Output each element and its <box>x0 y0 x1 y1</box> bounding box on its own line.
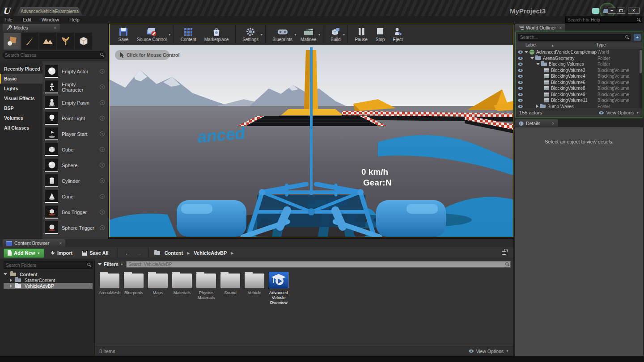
placeable-box-trigger[interactable]: Box Trigger ? <box>45 204 106 220</box>
stop-button[interactable]: Stop <box>372 26 389 43</box>
expand-caret-icon[interactable] <box>530 57 534 59</box>
mode-paint-button[interactable] <box>21 33 38 50</box>
settings-button[interactable]: Settings ▼ <box>238 26 263 43</box>
asset-tile-blueprints[interactable]: Blueprints <box>122 272 146 305</box>
asset-tile-maps[interactable]: Maps <box>146 272 170 305</box>
help-icon[interactable]: ? <box>100 84 105 89</box>
breadcrumb-content[interactable]: Content <box>165 250 183 256</box>
placeable-sphere-trigger[interactable]: Sphere Trigger ? <box>45 220 106 236</box>
import-button[interactable]: Import <box>47 248 76 258</box>
expand-caret-icon[interactable] <box>525 51 528 53</box>
menu-help[interactable]: Help <box>65 16 84 23</box>
tree-item-content[interactable]: Content <box>4 271 93 277</box>
visibility-eye-icon[interactable] <box>518 81 523 84</box>
tab-world-outliner[interactable]: World Outliner × <box>515 24 565 32</box>
visibility-eye-icon[interactable] <box>518 75 523 78</box>
outliner-row[interactable]: BlockingVolume8 BlockingVolume <box>516 85 640 92</box>
menu-window[interactable]: Window <box>37 16 64 23</box>
placeable-cone[interactable]: Cone ? <box>45 189 106 204</box>
visibility-eye-icon[interactable] <box>518 51 523 54</box>
mode-foliage-button[interactable] <box>57 33 74 50</box>
placeable-empty-actor[interactable]: Empty Actor ? <box>45 63 106 79</box>
category-visual-effects[interactable]: Visual Effects <box>0 93 42 103</box>
add-filter-button[interactable]: + <box>634 34 641 41</box>
visibility-eye-icon[interactable] <box>518 57 523 60</box>
filters-button[interactable]: Filters ▼ <box>97 261 123 267</box>
lock-icon[interactable] <box>502 251 506 255</box>
outliner-row[interactable]: AdvancedVehicleExamplemap World <box>516 49 640 55</box>
help-icon[interactable]: ? <box>100 178 105 183</box>
tab-content-browser[interactable]: Content Browser × <box>3 239 65 247</box>
game-viewport[interactable]: anced o Te <box>110 45 513 237</box>
back-button[interactable]: ← <box>123 250 132 257</box>
scrollbar-thumb[interactable] <box>640 50 642 73</box>
asset-tile-physics-materials[interactable]: Physics Materials <box>194 272 218 305</box>
help-icon[interactable]: ? <box>100 100 105 105</box>
category-volumes[interactable]: Volumes <box>0 113 42 123</box>
tab-details[interactable]: i Details × <box>515 119 558 127</box>
expand-caret-icon[interactable] <box>10 278 12 282</box>
help-icon[interactable]: ? <box>100 147 105 152</box>
save-button[interactable]: Save <box>114 26 133 43</box>
visibility-eye-icon[interactable] <box>518 87 523 90</box>
build-button[interactable]: Build ▼ <box>326 26 345 43</box>
category-bsp[interactable]: BSP <box>0 103 42 113</box>
placeable-sphere[interactable]: Sphere ? <box>45 157 106 173</box>
tree-item-vehicleadvbp[interactable]: VehicleAdvBP <box>4 283 93 289</box>
menu-edit[interactable]: Edit <box>18 16 36 23</box>
close-icon[interactable]: × <box>559 25 562 30</box>
close-icon[interactable]: × <box>552 121 555 126</box>
marketplace-button[interactable]: Marketplace <box>200 26 233 43</box>
outliner-row[interactable]: BlockingVolume11 BlockingVolume <box>516 97 640 104</box>
blueprints-button[interactable]: Blueprints ▼ <box>268 26 296 43</box>
outliner-row[interactable]: ArenaGeometry Folder <box>516 55 640 62</box>
asset-tile-materials[interactable]: Materials <box>170 272 194 305</box>
help-icon[interactable]: ? <box>100 210 105 215</box>
add-new-button[interactable]: Add New ▼ <box>4 248 44 258</box>
asset-search-input[interactable] <box>127 261 510 267</box>
save-all-button[interactable]: Save All <box>79 248 112 258</box>
mode-landscape-button[interactable] <box>39 33 56 50</box>
content-button[interactable]: Content <box>177 26 200 43</box>
outliner-row[interactable]: BlockingVolume3 BlockingVolume <box>516 67 640 74</box>
help-icon[interactable]: ? <box>100 225 105 230</box>
help-icon[interactable]: ? <box>100 194 105 199</box>
tree-item-startercontent[interactable]: StarterContent <box>4 277 93 283</box>
breadcrumb-separator-icon[interactable]: ▶ <box>229 251 235 255</box>
help-icon[interactable]: ? <box>100 69 105 74</box>
placeable-empty-character[interactable]: Empty Character ? <box>45 79 106 95</box>
tab-modes[interactable]: Modes × <box>3 24 60 32</box>
classes-search-input[interactable] <box>3 52 105 59</box>
placeable-cube[interactable]: Cube ? <box>45 142 106 157</box>
placeable-player-start[interactable]: Player Start ? <box>45 126 106 142</box>
view-options-button[interactable]: View Options ▼ <box>469 349 509 354</box>
help-search-input[interactable] <box>566 17 642 23</box>
chevron-down-icon[interactable]: ▼ <box>342 33 345 36</box>
expand-caret-icon[interactable] <box>4 273 7 275</box>
help-icon[interactable]: ? <box>100 116 105 121</box>
asset-tile-sound[interactable]: Sound <box>218 272 242 305</box>
outliner-row[interactable]: BlockingVolume6 BlockingVolume <box>516 80 640 86</box>
category-recently-placed[interactable]: Recently Placed <box>0 64 42 74</box>
help-icon[interactable]: ? <box>100 163 105 168</box>
asset-tile-vehicle[interactable]: Vehicle <box>242 272 267 305</box>
menu-file[interactable]: File <box>0 16 17 23</box>
folder-search-input[interactable] <box>4 262 92 268</box>
close-icon[interactable]: × <box>59 241 62 246</box>
placeable-point-light[interactable]: Point Light ? <box>45 110 106 126</box>
outliner-row[interactable]: Bump Waves Folder <box>516 104 640 108</box>
visibility-eye-icon[interactable] <box>518 69 523 72</box>
mode-geometry-button[interactable] <box>75 33 92 50</box>
expand-caret-icon[interactable] <box>536 63 540 65</box>
chevron-down-icon[interactable]: ▼ <box>168 33 171 36</box>
chevron-down-icon[interactable]: ▼ <box>318 33 321 36</box>
close-icon[interactable]: × <box>54 25 56 30</box>
eject-button[interactable]: Eject <box>389 26 407 43</box>
category-all-classes[interactable]: All Classes <box>0 123 42 133</box>
mode-place-button[interactable] <box>4 33 21 50</box>
visibility-eye-icon[interactable] <box>518 99 523 102</box>
breadcrumb-vehicleadvbp[interactable]: VehicleAdvBP <box>194 250 227 256</box>
scrollbar[interactable] <box>639 49 642 108</box>
placeable-empty-pawn[interactable]: Empty Pawn ? <box>45 95 106 110</box>
visibility-eye-icon[interactable] <box>518 63 523 66</box>
